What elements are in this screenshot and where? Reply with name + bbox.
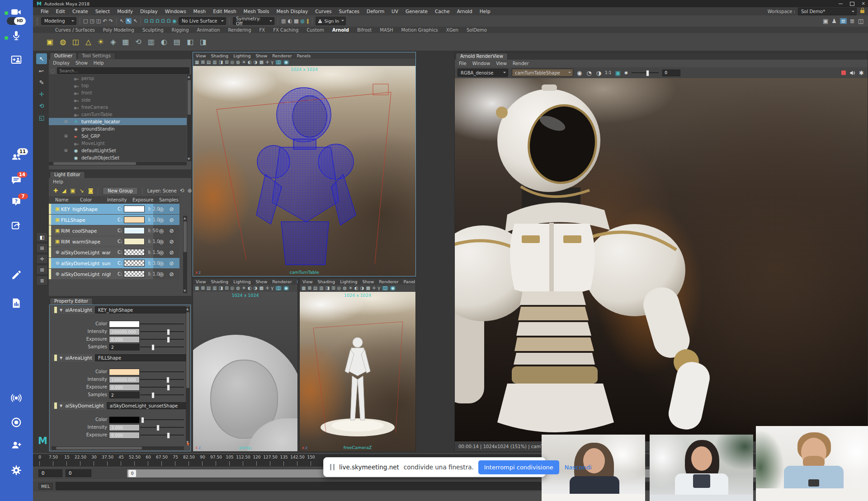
shelf-icon[interactable] [200,38,207,46]
outliner-item[interactable]: front [49,89,187,96]
workspace-mode-select[interactable]: Modeling [41,17,76,25]
viewport-icon[interactable] [207,286,211,290]
shelf-tab[interactable]: Custom [302,28,328,33]
menu-item[interactable]: Display [137,9,161,14]
webcam-participant-3[interactable] [756,426,868,501]
viewport-icon[interactable] [231,286,235,290]
snap-icon[interactable] [144,19,148,23]
light-editor-vscrollbar[interactable] [183,216,187,293]
light-color-swatch[interactable] [124,271,145,277]
viewport-canvas[interactable]: 1024 x 1024 persp xz [193,292,297,451]
shelf-tab[interactable]: Rendering [224,28,255,33]
menu-item[interactable]: Windows [161,9,190,14]
shelf-icon[interactable] [98,38,104,46]
tab-property-editor[interactable]: Property Editor [50,298,93,304]
viewport-icon[interactable] [201,60,204,65]
light-row[interactable]: aiSkyDomeLight_sunsetShape C: I: 3.0 ◎ ⊘ [49,258,179,268]
viewport-icon[interactable] [337,286,341,290]
collapse-caret-icon[interactable]: ▼ [60,308,62,312]
workspace-select[interactable]: Sol Demo* [798,8,857,15]
exposure-slider[interactable] [140,387,184,388]
render-icon[interactable] [307,19,309,23]
tool-button[interactable] [36,65,47,76]
shelf-icon[interactable] [122,38,129,46]
zoom-ratio-button[interactable]: 1:1 [605,70,611,75]
outliner-item[interactable]: camTurnTable [49,111,187,118]
intensity-field[interactable]: 200000.000 [109,328,140,335]
menu-item[interactable]: Edit Mesh [209,9,240,14]
settings-button[interactable] [10,464,22,476]
viewport-icon[interactable] [307,286,311,290]
viewport-menu-item[interactable]: Panels [404,279,415,284]
viewport-menu-item[interactable]: Lighting [233,53,250,58]
layout-button[interactable] [36,254,48,264]
outliner-item[interactable]: persp [49,75,187,82]
viewport-menu-item[interactable]: Lighting [340,279,357,284]
outliner-menu-item[interactable]: Display [53,61,70,66]
shelf-tab[interactable]: SolDemo [462,28,491,33]
create-light-icon[interactable] [88,188,94,193]
color-swatch[interactable] [109,369,140,375]
mute-icon[interactable]: ⊘ [169,261,174,266]
shelf-icon[interactable] [148,38,155,46]
color-slider[interactable] [140,323,184,324]
render-camera-select[interactable]: camTurnTableShape [512,69,573,77]
snap-icon[interactable] [172,19,177,23]
shelf-tab[interactable]: FX Caching [269,28,302,33]
mute-icon[interactable]: ⊘ [169,239,174,244]
viewport-icon[interactable] [331,286,335,290]
samples-field[interactable]: 2 [109,344,140,351]
viewport-icon[interactable] [377,286,380,290]
viewport-icon[interactable] [201,286,204,290]
column-color[interactable]: Color [80,197,92,202]
viewport-icon[interactable] [283,286,289,290]
snap-icon[interactable] [161,19,165,23]
exposure-field[interactable]: 0.000 [109,336,140,343]
viewport-menu-item[interactable]: Renderer [272,53,292,58]
stats-button[interactable] [10,297,22,309]
outliner-item[interactable]: freeCamera [49,103,187,111]
viewport-menu-item[interactable]: View [196,279,206,284]
viewport-icon[interactable] [259,60,264,65]
light-row[interactable]: KEY_highShape C: I: 2.0 ◎ ⊘ [49,204,179,214]
gain-field[interactable]: 0 [662,70,680,76]
shelf-tab[interactable]: FX [255,28,269,33]
collapse-caret-icon[interactable]: ▼ [60,356,62,360]
viewport-icon[interactable] [254,60,258,65]
mute-icon[interactable]: ⊘ [169,228,174,234]
viewport-icon[interactable] [271,286,274,290]
screen-share-button[interactable] [10,54,22,66]
statusline-icon[interactable] [120,19,124,23]
create-light-icon[interactable] [62,188,66,193]
renderview-tab[interactable]: Arnold RenderView [456,53,508,60]
renderview-menu-item[interactable]: File [459,61,467,66]
statusline-icon[interactable] [108,19,113,23]
grip-handle[interactable] [36,18,38,25]
viewport-icon[interactable] [360,286,364,290]
light-name-field[interactable]: aiSkyDomeLight_sunsetShape [107,402,186,409]
record-button[interactable] [10,417,22,428]
mel-label[interactable]: MEL [38,483,53,490]
new-group-button[interactable]: New Group [103,187,137,195]
light-name-field[interactable]: FILLShape [95,354,186,361]
light-row[interactable]: aiSkyDomeLight_warehouseS... C: I: 1.5 ◎… [49,247,179,258]
statusline-icon[interactable] [126,18,132,24]
outliner-vscrollbar[interactable] [187,75,191,161]
statusline-icon[interactable] [96,19,101,23]
menu-item[interactable]: Mesh Tools [240,9,273,14]
renderview-menu-item[interactable]: Window [472,61,490,66]
mute-icon[interactable]: ⊘ [169,217,174,223]
menu-item[interactable]: Mesh [190,9,210,14]
outliner-search-input[interactable]: Search... [57,67,189,74]
viewport-icon[interactable] [283,60,289,65]
outliner-hscrollbar[interactable] [49,162,187,165]
viewport-icon[interactable] [366,286,370,290]
stop-render-icon[interactable] [841,70,846,75]
shelf-tab[interactable]: Curves / Surfaces [51,28,99,33]
color-swatch[interactable] [109,321,140,328]
render-icon[interactable] [294,19,298,23]
renderview-icon[interactable] [586,70,591,76]
viewport-icon[interactable] [236,60,240,65]
menu-item[interactable]: Edit [52,9,69,14]
statusline-icon[interactable] [90,19,94,23]
